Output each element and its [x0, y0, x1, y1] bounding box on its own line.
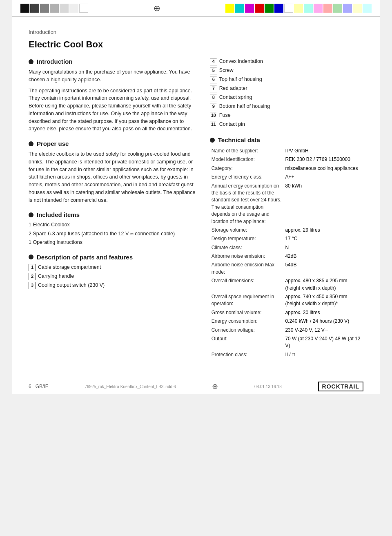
- table-row: Output: 70 W (at 230 V-240 V) 48 W (at 1…: [210, 335, 363, 351]
- technical-data-section: Technical data Name of the supplier: IPV…: [210, 136, 363, 359]
- table-row: Protection class: II / □: [210, 351, 363, 359]
- list-item: 2 Spare 6.3 amp fuses (attached to the 1…: [29, 230, 198, 238]
- list-item: 7 Red adapter: [210, 85, 363, 92]
- color-swatch: [255, 4, 264, 13]
- num-badge: 1: [29, 264, 36, 271]
- color-strip-right: [225, 4, 372, 13]
- color-swatch: [323, 4, 332, 13]
- num-badge: 4: [210, 58, 217, 65]
- list-item: 8 Contact spring: [210, 94, 363, 101]
- list-item: 3 Cooling output switch (230 V): [29, 282, 198, 289]
- num-badge: 11: [210, 121, 217, 128]
- color-swatch: [304, 4, 313, 13]
- table-row: Energy efficiency class: A++: [210, 173, 363, 181]
- crosshair-icon: ⊕: [154, 3, 160, 13]
- color-swatch: [235, 4, 244, 13]
- color-swatch: [79, 4, 88, 13]
- section-heading-top: Introduction: [29, 29, 363, 35]
- color-swatch: [30, 4, 39, 13]
- num-badge: 8: [210, 94, 217, 101]
- list-item: 10 Fuse: [210, 112, 363, 119]
- table-row: Gross nominal volume: approx. 30 litres: [210, 308, 363, 317]
- bullet-icon: [210, 138, 215, 143]
- list-item: 4 Convex indentation: [210, 58, 363, 65]
- table-row: Airborne noise emission: 42dB: [210, 252, 363, 261]
- left-column: Introduction Many congratulations on the…: [29, 58, 198, 366]
- color-swatch: [294, 4, 303, 13]
- bullet-icon: [29, 141, 33, 146]
- num-badge: 5: [210, 67, 217, 74]
- proper-use-section: Proper use The electric coolbox is to be…: [29, 140, 198, 204]
- included-items-list: 1 Electric Coolbox 2 Spare 6.3 amp fuses…: [29, 221, 198, 246]
- description-section: Description of parts and features 1 Cabl…: [29, 254, 198, 289]
- list-item: 2 Carrying handle: [29, 273, 198, 280]
- page-title: Electric Cool Box: [29, 39, 363, 50]
- list-item: 6 Top half of housing: [210, 76, 363, 83]
- table-row: Design temperature: 17 °C: [210, 234, 363, 243]
- color-swatch: [265, 4, 274, 13]
- introduction-title: Introduction: [29, 58, 198, 65]
- introduction-section: Introduction Many congratulations on the…: [29, 58, 198, 133]
- color-swatch: [225, 4, 234, 13]
- num-badge: 6: [210, 76, 217, 83]
- table-row: Annual energy consumption on the basis o…: [210, 182, 363, 226]
- table-row: Climate class: N: [210, 243, 363, 252]
- list-item: 1 Cable storage compartment: [29, 264, 198, 271]
- top-bar-center: ⊕: [88, 3, 225, 13]
- table-row: Overall space requirement in operation: …: [210, 293, 363, 308]
- table-row: Category: miscellaneous cooling applianc…: [210, 164, 363, 173]
- color-swatch: [245, 4, 254, 13]
- list-item: 5 Screw: [210, 67, 363, 74]
- color-swatch: [60, 4, 69, 13]
- footer-crosshair-icon: ⊕: [212, 382, 218, 391]
- color-swatch: [314, 4, 323, 13]
- right-parts-list: 4 Convex indentation 5 Screw 6 Top half …: [210, 58, 363, 128]
- color-swatch: [343, 4, 352, 13]
- color-swatch: [284, 4, 293, 13]
- table-row: Airborne noise emission Max mode: 54dB: [210, 261, 363, 277]
- description-title: Description of parts and features: [29, 254, 198, 261]
- color-swatch: [333, 4, 342, 13]
- included-items-section: Included items 1 Electric Coolbox 2 Spar…: [29, 211, 198, 246]
- color-swatch: [40, 4, 49, 13]
- table-row: Model identification: REK 230 B2 / 7769 …: [210, 155, 363, 164]
- color-swatch: [69, 4, 78, 13]
- page-number-locale: 6 GB/IE: [29, 384, 49, 389]
- bullet-icon: [29, 212, 33, 217]
- color-strip-left: [20, 4, 88, 13]
- num-badge: 3: [29, 282, 36, 289]
- intro-para-2: The operating instructions are to be con…: [29, 87, 198, 133]
- table-row: Name of the supplier: IPV GmbH: [210, 147, 363, 155]
- table-row: Energy consumption: 0.240 kWh / 24 hours…: [210, 317, 363, 326]
- included-items-title: Included items: [29, 211, 198, 218]
- list-item: 1 Operating instructions: [29, 239, 198, 246]
- table-row: Overall dimensions: approx. 480 x 385 x …: [210, 277, 363, 293]
- num-badge: 2: [29, 273, 36, 280]
- list-item: 9 Bottom half of housing: [210, 103, 363, 110]
- color-swatch: [353, 4, 362, 13]
- intro-para-1: Many congratulations on the purchase of …: [29, 68, 198, 84]
- footer-date: 08.01.13 16:18: [254, 384, 282, 389]
- two-column-layout: Introduction Many congratulations on the…: [29, 58, 363, 366]
- parts-list: 1 Cable storage compartment 2 Carrying h…: [29, 264, 198, 289]
- proper-use-text: The electric coolbox is to be used solel…: [29, 150, 198, 204]
- top-bar: ⊕: [12, 0, 380, 17]
- list-item: 1 Electric Coolbox: [29, 221, 198, 229]
- color-swatch: [274, 4, 283, 13]
- num-badge: 7: [210, 85, 217, 92]
- color-swatch: [50, 4, 59, 13]
- technical-data-title: Technical data: [210, 136, 363, 143]
- bottom-bar: 6 GB/IE 79925_rok_Elektro-Kuehlbox_Conte…: [12, 379, 380, 394]
- proper-use-title: Proper use: [29, 140, 198, 147]
- num-badge: 10: [210, 112, 217, 119]
- footer-filename: 79925_rok_Elektro-Kuehlbox_Content_LB3.i…: [85, 384, 176, 389]
- color-swatch: [20, 4, 29, 13]
- table-row: Storage volume: approx. 29 litres: [210, 226, 363, 234]
- bullet-icon: [29, 59, 33, 64]
- bullet-icon: [29, 255, 33, 259]
- list-item: 11 Contact pin: [210, 121, 363, 128]
- num-badge: 9: [210, 103, 217, 110]
- right-column: 4 Convex indentation 5 Screw 6 Top half …: [210, 58, 363, 366]
- color-swatch: [363, 4, 372, 13]
- brand-logo: ROCKTRAIL: [318, 382, 363, 391]
